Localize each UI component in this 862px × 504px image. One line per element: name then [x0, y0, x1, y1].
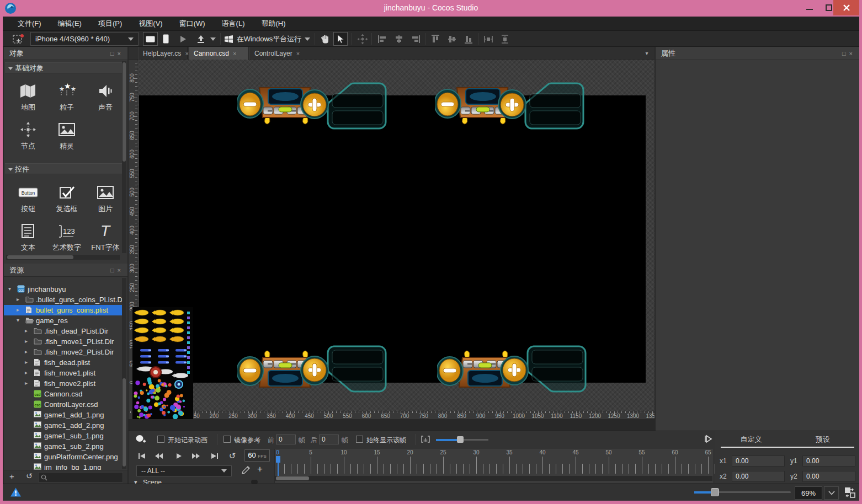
objects-vscrollbar[interactable]: [122, 61, 126, 253]
track-filter-select[interactable]: -- ALL --: [136, 465, 232, 476]
expand-icon[interactable]: ▸: [17, 307, 19, 313]
tree-item-fish-move2-plist[interactable]: ▸fish_move2.plist: [4, 378, 123, 389]
cannon-widget-top-right[interactable]: [435, 78, 589, 131]
field-input-y2[interactable]: 0.00: [802, 471, 855, 482]
tab-helplayer-cs[interactable]: HelpLayer.cs×: [138, 47, 188, 60]
float-panel-icon[interactable]: □: [842, 50, 849, 57]
add-keyframe-icon[interactable]: [135, 434, 146, 446]
tree-item-fish-dead-plist[interactable]: ▸fish_dead.plist: [4, 357, 123, 368]
expand-icon[interactable]: ▸: [25, 369, 28, 376]
menu-item-6[interactable]: 帮助(H): [254, 17, 292, 31]
object-item-artnumber[interactable]: 123艺术数字: [47, 221, 86, 256]
menu-item-5[interactable]: 语言(L): [215, 17, 252, 31]
menu-item-0[interactable]: 文件(F): [10, 17, 49, 31]
field-input-y1[interactable]: 0.00: [802, 455, 855, 467]
expand-icon[interactable]: ▸: [25, 380, 28, 386]
after-frames-input[interactable]: 0: [319, 435, 339, 444]
tree-item-im-info-bg-1-png[interactable]: im_info_bg_1.png: [4, 462, 123, 470]
tab-controllayer[interactable]: ControlLayer×: [249, 47, 300, 60]
close-panel-icon[interactable]: ×: [118, 267, 124, 274]
fit-to-screen-icon[interactable]: [844, 486, 856, 501]
publish-button[interactable]: [194, 32, 207, 46]
object-item-map[interactable]: 地图: [9, 81, 47, 116]
track-expander-icon[interactable]: ▾: [134, 479, 137, 484]
expand-icon[interactable]: ▸: [25, 348, 28, 355]
minimize-button[interactable]: [800, 0, 819, 15]
warning-icon[interactable]: [10, 487, 22, 500]
stage[interactable]: [139, 95, 646, 383]
align-right-icon[interactable]: [409, 32, 422, 46]
tree-item-bullet-guns-coins-plist[interactable]: ▸bullet_guns_coins.plist: [4, 305, 123, 315]
play-button[interactable]: [173, 451, 185, 461]
publish-dropdown[interactable]: [209, 32, 217, 46]
next-frame-button[interactable]: [190, 451, 202, 461]
frame-zoom-slider[interactable]: [436, 439, 488, 441]
frame-ruler[interactable]: 05101520253035404550556065: [274, 449, 713, 483]
tree-item-game1-sub-2-png[interactable]: game1_sub_2.png: [4, 441, 123, 452]
select-tool-button[interactable]: [333, 32, 348, 46]
object-item-checkbox[interactable]: 复选框: [47, 183, 86, 218]
section-header-1[interactable]: 控件: [5, 163, 122, 174]
always-show-frame-checkbox[interactable]: [356, 436, 363, 443]
close-panel-icon[interactable]: ×: [118, 50, 124, 57]
align-middle-vertical-icon[interactable]: [445, 32, 459, 46]
object-item-sprite[interactable]: 精灵: [47, 120, 86, 155]
menu-item-4[interactable]: 窗口(W): [172, 17, 212, 31]
portrait-orientation-button[interactable]: [159, 32, 172, 46]
object-item-button[interactable]: Button按钮: [9, 183, 47, 218]
tree-item-game1-add-2-png[interactable]: game1_add_2.png: [4, 420, 123, 431]
go-to-end-button[interactable]: [209, 451, 221, 461]
tab-custom[interactable]: 自定义: [721, 435, 781, 444]
play-preview-button[interactable]: [177, 32, 190, 46]
object-item-fnt[interactable]: TFNT字体: [86, 221, 125, 256]
object-item-node[interactable]: 节点: [9, 120, 47, 155]
menu-item-2[interactable]: 项目(P): [91, 17, 129, 31]
field-input-x2[interactable]: 0.00: [732, 471, 785, 482]
collapse-icon[interactable]: ▾: [17, 317, 19, 323]
before-frames-input[interactable]: 0: [276, 435, 296, 444]
record-animation-checkbox[interactable]: [157, 436, 164, 443]
tab-preset[interactable]: 预设: [792, 435, 853, 444]
cannon-widget-top-left[interactable]: [237, 78, 392, 131]
tree-item-fish-move1-plist[interactable]: ▸fish_move1.plist: [4, 368, 123, 378]
zoom-slider-thumb[interactable]: [711, 488, 719, 496]
align-top-icon[interactable]: [429, 32, 442, 46]
zoom-level-value[interactable]: 69%: [795, 486, 822, 500]
tree-item--bullet-guns-coins-plist-dir[interactable]: ▸.bullet_guns_coins_PList.Dir: [4, 294, 123, 305]
expand-timeline-button[interactable]: [704, 435, 713, 446]
add-animation-button[interactable]: +: [257, 464, 263, 475]
previous-frame-button[interactable]: [153, 451, 165, 461]
tree-item--fish-move1-plist-dir[interactable]: ▸.fish_move1_PList.Dir: [4, 336, 123, 347]
menu-item-1[interactable]: 编辑(E): [51, 17, 89, 31]
transform-tool-button[interactable]: [355, 32, 370, 46]
timeline-hscrollbar[interactable]: [275, 476, 712, 481]
tab-list-dropdown[interactable]: ▾: [641, 48, 652, 58]
cannon-widget-bottom-left[interactable]: [237, 344, 392, 396]
align-left-icon[interactable]: [376, 32, 389, 46]
tree-item--fish-move2-plist-dir[interactable]: ▸.fish_move2_PList.Dir: [4, 347, 123, 357]
mirror-reference-checkbox[interactable]: [224, 436, 231, 443]
tree-item-gunplatformcenter-png[interactable]: gunPlatformCenter.png: [4, 452, 123, 462]
expand-icon[interactable]: ▸: [17, 296, 19, 302]
frame-zoom-slider-thumb[interactable]: [457, 436, 464, 443]
landscape-orientation-button[interactable]: [143, 32, 158, 46]
close-panel-icon[interactable]: ×: [849, 50, 856, 57]
align-center-horizontal-icon[interactable]: [392, 32, 406, 46]
objects-hscrollbar[interactable]: [6, 255, 120, 260]
close-button[interactable]: [833, 0, 859, 15]
track-lock-icon[interactable]: [251, 480, 258, 484]
device-select[interactable]: iPhone 4/4S(960 * 640): [30, 32, 139, 46]
expand-icon[interactable]: ▸: [25, 359, 28, 365]
float-panel-icon[interactable]: □: [110, 267, 118, 274]
tree-item-game-res[interactable]: ▾game_res: [4, 315, 123, 326]
zoom-level-dropdown[interactable]: [824, 486, 839, 500]
tree-item-game1-add-1-png[interactable]: game1_add_1.png: [4, 410, 123, 420]
hand-tool-button[interactable]: [318, 32, 332, 46]
align-bottom-icon[interactable]: [462, 32, 475, 46]
resources-vscrollbar[interactable]: [122, 278, 126, 469]
tree-item-jinchanbuyu[interactable]: ▾ccsjinchanbuyu: [4, 284, 123, 294]
go-to-start-button[interactable]: [136, 451, 148, 461]
tree-item-controllayer-csd[interactable]: csdControlLayer.csd: [4, 399, 123, 410]
close-tab-icon[interactable]: ×: [185, 50, 188, 57]
object-item-text[interactable]: 文本: [9, 221, 47, 256]
